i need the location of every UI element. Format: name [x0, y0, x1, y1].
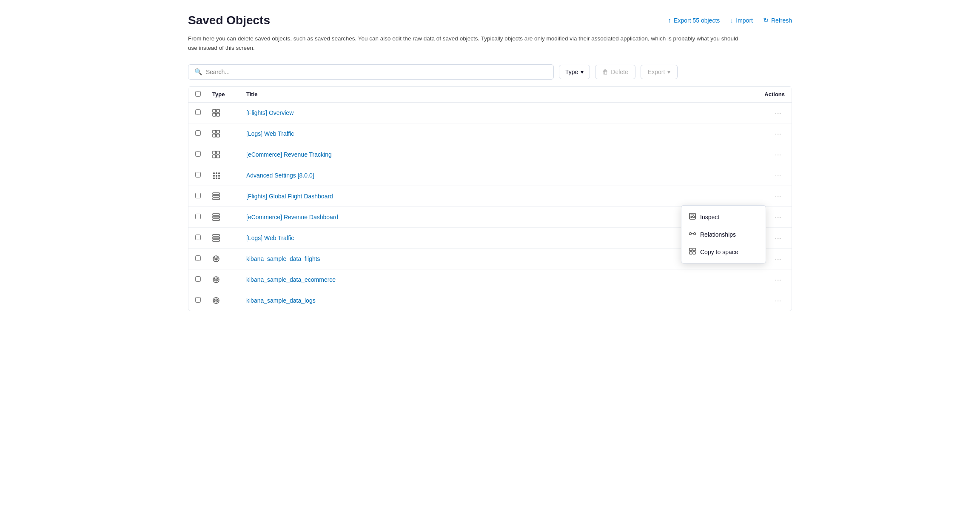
chevron-down-icon-export: ▾ [667, 69, 670, 75]
type-icon-dashboard-panel [212, 192, 246, 200]
svg-rect-10 [213, 155, 216, 158]
row-actions: ··· [742, 170, 785, 180]
row-actions: ··· [742, 295, 785, 306]
header-type: Type [212, 91, 246, 98]
row-checkbox[interactable] [195, 151, 201, 157]
row-title[interactable]: [eCommerce] Revenue Tracking [246, 151, 742, 158]
row-checkbox[interactable] [195, 255, 201, 261]
context-menu-copy-to-space[interactable]: Copy to space [681, 243, 766, 260]
delete-button[interactable]: 🗑 Delete [595, 65, 635, 79]
svg-rect-5 [217, 130, 219, 133]
svg-point-26 [689, 233, 692, 235]
row-actions-button[interactable]: ··· [772, 149, 785, 160]
row-checkbox[interactable] [195, 235, 201, 240]
select-all-checkbox[interactable] [195, 91, 201, 97]
row-actions: ··· [742, 129, 785, 139]
export-all-button[interactable]: Export 55 objects [668, 17, 720, 24]
svg-rect-31 [693, 252, 695, 254]
search-input[interactable] [206, 69, 547, 75]
table-row: kibana_sample_data_logs ··· [188, 290, 792, 311]
row-actions: ··· [742, 275, 785, 285]
type-icon-visualization [212, 172, 246, 179]
svg-rect-22 [213, 195, 219, 197]
row-title[interactable]: kibana_sample_data_ecommerce [246, 276, 742, 283]
refresh-icon [763, 16, 769, 24]
svg-point-20 [218, 177, 220, 179]
context-menu-copy-label: Copy to space [700, 249, 738, 255]
page-title: Saved Objects [188, 14, 270, 27]
row-title[interactable]: [Logs] Web Traffic [246, 235, 742, 241]
svg-rect-2 [213, 113, 216, 116]
svg-rect-32 [213, 214, 219, 215]
table-row: [Flights] Global Flight Dashboard ··· [188, 186, 792, 207]
row-title[interactable]: [Logs] Web Traffic [246, 130, 742, 137]
header-title: Title [246, 91, 742, 98]
type-icon-dashboard [212, 130, 246, 137]
page-description: From here you can delete saved objects, … [188, 34, 741, 52]
svg-rect-37 [213, 240, 219, 241]
upload-icon [668, 17, 671, 24]
table-row: Advanced Settings [8.0.0] ··· [188, 165, 792, 186]
svg-point-16 [216, 175, 217, 177]
row-actions-button[interactable]: ··· [772, 108, 785, 118]
search-icon: 🔍 [194, 68, 202, 76]
row-title[interactable]: kibana_sample_data_flights [246, 255, 742, 262]
row-title[interactable]: kibana_sample_data_logs [246, 297, 742, 304]
row-actions-button[interactable]: ··· [772, 254, 785, 264]
export-button[interactable]: Export ▾ [641, 65, 678, 79]
row-checkbox[interactable] [195, 297, 201, 303]
row-title[interactable]: Advanced Settings [8.0.0] [246, 172, 742, 179]
row-actions-button[interactable]: ··· [772, 170, 785, 180]
type-icon-index-pattern [212, 297, 246, 304]
row-checkbox[interactable] [195, 214, 201, 219]
svg-rect-0 [213, 109, 216, 112]
import-button[interactable]: Import [730, 17, 753, 24]
svg-point-15 [213, 175, 215, 177]
svg-rect-30 [689, 252, 692, 254]
svg-point-19 [216, 177, 217, 179]
page-container: Saved Objects Export 55 objects Import R… [171, 0, 809, 325]
copy-to-space-icon [689, 248, 696, 256]
type-icon-dashboard-panel [212, 234, 246, 242]
context-menu-inspect[interactable]: Inspect [681, 208, 766, 226]
row-checkbox[interactable] [195, 172, 201, 177]
row-checkbox[interactable] [195, 130, 201, 136]
svg-rect-8 [213, 151, 216, 154]
svg-point-27 [694, 233, 696, 235]
svg-rect-4 [213, 130, 216, 133]
row-checkbox[interactable] [195, 109, 201, 115]
row-actions: ··· [742, 108, 785, 118]
table-header: Type Title Actions [188, 87, 792, 103]
svg-rect-1 [217, 109, 219, 112]
svg-rect-36 [213, 237, 219, 239]
type-filter-button[interactable]: Type ▾ [559, 65, 590, 79]
svg-rect-29 [693, 248, 695, 251]
svg-point-18 [213, 177, 215, 179]
row-checkbox[interactable] [195, 193, 201, 198]
row-actions: ··· [742, 191, 785, 201]
svg-rect-9 [217, 151, 219, 154]
row-checkbox[interactable] [195, 276, 201, 282]
trash-icon: 🗑 [602, 69, 608, 75]
row-actions-button[interactable]: ··· [772, 129, 785, 139]
row-title[interactable]: [Flights] Global Flight Dashboard [246, 193, 742, 200]
row-title[interactable]: [Flights] Overview [246, 109, 742, 116]
type-icon-dashboard [212, 109, 246, 117]
row-actions-button[interactable]: ··· [772, 295, 785, 306]
row-actions-button[interactable]: ··· [772, 275, 785, 285]
chevron-down-icon: ▾ [581, 69, 584, 75]
row-actions-button[interactable]: ··· [772, 212, 785, 222]
header-actions: Export 55 objects Import Refresh [668, 14, 792, 24]
row-actions-button[interactable]: ··· [772, 191, 785, 201]
header-actions-col: Actions [742, 91, 785, 98]
svg-rect-3 [217, 113, 219, 116]
context-menu-relationships[interactable]: Relationships [681, 226, 766, 243]
row-title[interactable]: [eCommerce] Revenue Dashboard [246, 214, 742, 220]
refresh-button[interactable]: Refresh [763, 16, 792, 24]
page-header: Saved Objects Export 55 objects Import R… [188, 14, 792, 27]
svg-rect-6 [213, 134, 216, 137]
svg-point-13 [216, 172, 217, 174]
context-menu: Inspect Relationships [681, 205, 766, 263]
row-actions-button[interactable]: ··· [772, 233, 785, 243]
toolbar: 🔍 Type ▾ 🗑 Delete Export ▾ [188, 64, 792, 80]
